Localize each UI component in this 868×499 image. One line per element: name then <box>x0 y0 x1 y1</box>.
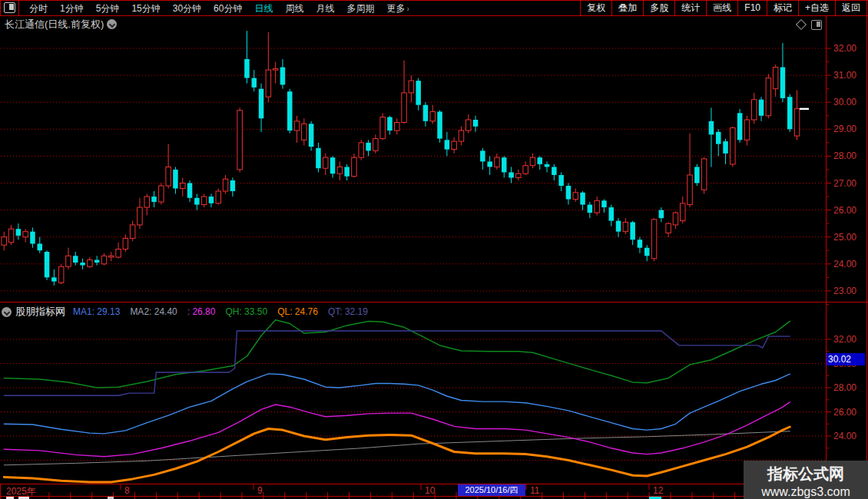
price-label: 27.00 <box>833 178 867 189</box>
chart-title-text: 长江通信(日线.前复权) <box>5 18 104 30</box>
price-label: 32.00 <box>833 43 867 54</box>
period-tab-多周期[interactable]: 多周期 <box>340 1 380 16</box>
toolbar-button-多股[interactable]: 多股 <box>643 0 674 15</box>
toolbar-button-返回[interactable]: 返回 <box>835 0 867 15</box>
top-toolbar: 分时1分钟5分钟15分钟30分钟60分钟日线周线月线多周期更多› 复权叠加多股统… <box>0 0 868 15</box>
price-label: 26.00 <box>833 205 867 216</box>
period-tab-周线[interactable]: 周线 <box>279 1 310 16</box>
period-tab-月线[interactable]: 月线 <box>310 1 340 16</box>
period-tab-60分钟[interactable]: 60分钟 <box>207 1 248 16</box>
price-label: 24.00 <box>833 431 867 441</box>
period-tabs: 分时1分钟5分钟15分钟30分钟60分钟日线周线月线多周期更多› <box>23 0 416 15</box>
date-label: 9 <box>257 485 263 496</box>
toolbar-button-统计[interactable]: 统计 <box>674 0 706 15</box>
layout-button[interactable] <box>0 0 19 15</box>
indicator-value: QT: 32.19 <box>328 306 368 317</box>
price-label: 31.00 <box>833 70 867 81</box>
price-label: 24.00 <box>833 259 867 269</box>
period-tab-5分钟[interactable]: 5分钟 <box>90 1 126 16</box>
price-label: 28.00 <box>833 382 867 393</box>
date-label: 8 <box>124 485 130 496</box>
period-tab-15分钟[interactable]: 15分钟 <box>125 1 166 16</box>
indicator-header: 股朋指标网MA1: 29.13MA2: 24.40: 26.80QH: 33.5… <box>2 305 378 316</box>
chart-corner-icons <box>797 20 822 30</box>
price-label: 30.00 <box>833 97 867 107</box>
toolbar-button-+自选[interactable]: +自选 <box>798 0 835 15</box>
toolbar-button-标记[interactable]: 标记 <box>767 0 798 15</box>
indicator-value: QH: 33.50 <box>225 306 267 317</box>
chevron-right-icon: › <box>406 5 409 13</box>
selected-date-tag: 2025/10/16/四 <box>458 484 525 496</box>
period-tab-更多[interactable]: 更多› <box>380 1 415 17</box>
period-tab-1分钟[interactable]: 1分钟 <box>54 1 90 16</box>
period-tab-30分钟[interactable]: 30分钟 <box>167 1 207 16</box>
date-label: 10 <box>425 485 435 496</box>
price-label: 29.00 <box>833 124 867 134</box>
split-window-icon <box>4 2 15 13</box>
price-label: 25.00 <box>833 232 867 243</box>
chevron-down-icon[interactable] <box>2 307 12 317</box>
chart-title: 长江通信(日线.前复权) <box>5 18 117 31</box>
chevron-down-icon[interactable] <box>107 19 117 29</box>
chart-canvas[interactable] <box>0 0 868 499</box>
indicator-name[interactable]: 股朋指标网 <box>15 306 65 317</box>
price-label: 23.00 <box>833 286 867 296</box>
watermark-url: www.zbgs3.com <box>744 485 868 499</box>
toolbar-button-叠加[interactable]: 叠加 <box>611 0 643 15</box>
date-label: 2025年 <box>6 485 36 498</box>
toolbar-right-buttons: 复权叠加多股统计画线F10标记+自选返回 <box>580 0 867 15</box>
date-label: 11 <box>530 485 539 496</box>
indicator-values: MA1: 29.13MA2: 24.40: 26.80QH: 33.50QL: … <box>73 306 378 317</box>
indicator-value: MA1: 29.13 <box>73 306 120 317</box>
price-label: 32.00 <box>833 334 867 345</box>
period-tab-日线[interactable]: 日线 <box>248 1 279 16</box>
current-price-tag: 30.02 <box>827 353 865 365</box>
indicator-value: QL: 24.76 <box>277 306 318 317</box>
watermark: 指标公式网 www.zbgs3.com <box>744 461 868 499</box>
diamond-icon[interactable] <box>796 19 807 30</box>
toolbar-button-复权[interactable]: 复权 <box>580 0 611 15</box>
indicator-value: MA2: 24.40 <box>130 306 177 317</box>
date-label: 12 <box>653 485 663 496</box>
price-label: 26.00 <box>833 407 867 418</box>
watermark-title: 指标公式网 <box>744 464 868 484</box>
period-tab-分时[interactable]: 分时 <box>23 1 54 16</box>
split-window-icon[interactable] <box>811 20 822 30</box>
toolbar-button-F10[interactable]: F10 <box>737 0 767 15</box>
price-label: 28.00 <box>833 150 867 161</box>
indicator-value: : 26.80 <box>187 306 216 317</box>
toolbar-button-画线[interactable]: 画线 <box>706 0 737 15</box>
